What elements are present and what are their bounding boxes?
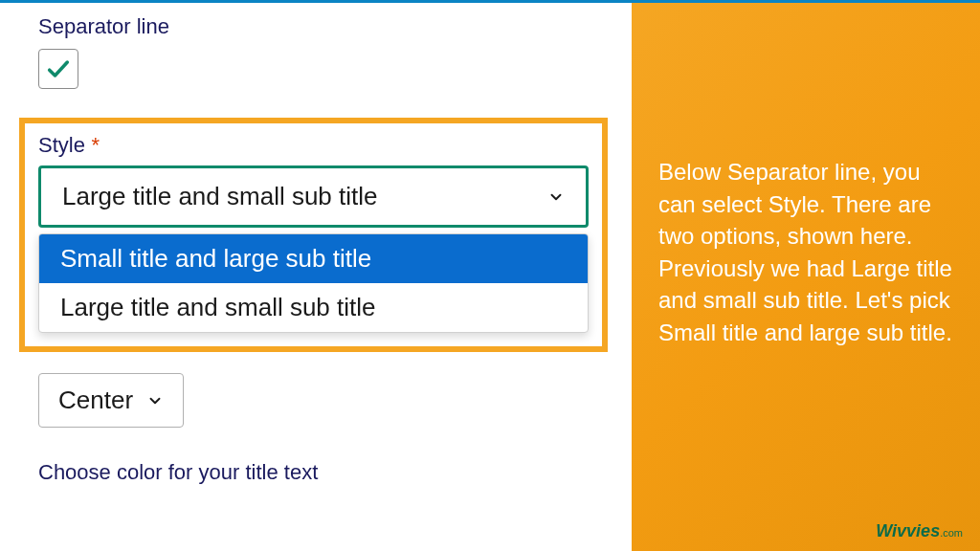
brand-logo: Wivvies.com (876, 521, 963, 541)
form-panel: Separator line Style * Large title and s… (0, 3, 632, 551)
separator-line-checkbox[interactable] (38, 49, 78, 89)
style-highlight-box: Style * Large title and small sub title … (19, 118, 608, 352)
instruction-panel: Below Separator line, you can select Sty… (632, 3, 980, 551)
style-option-large-title[interactable]: Large title and small sub title (39, 283, 588, 332)
alignment-value: Center (58, 386, 133, 415)
alignment-dropdown[interactable]: Center (38, 373, 184, 428)
style-dropdown-list: Small title and large sub title Large ti… (38, 233, 589, 333)
required-indicator: * (91, 133, 100, 157)
check-icon (45, 55, 72, 82)
style-dropdown[interactable]: Large title and small sub title (38, 165, 589, 228)
instruction-text: Below Separator line, you can select Sty… (658, 156, 953, 349)
chevron-down-icon (146, 392, 164, 409)
style-field-label: Style (38, 133, 85, 157)
separator-line-label: Separator line (38, 14, 593, 39)
style-dropdown-value: Large title and small sub title (62, 182, 378, 211)
brand-tld: .com (940, 527, 963, 539)
color-section-label: Choose color for your title text (38, 460, 593, 485)
style-field-label-row: Style * (38, 133, 589, 158)
style-option-small-title[interactable]: Small title and large sub title (39, 234, 588, 283)
brand-name: Wivvies (876, 521, 940, 540)
chevron-down-icon (547, 188, 565, 206)
